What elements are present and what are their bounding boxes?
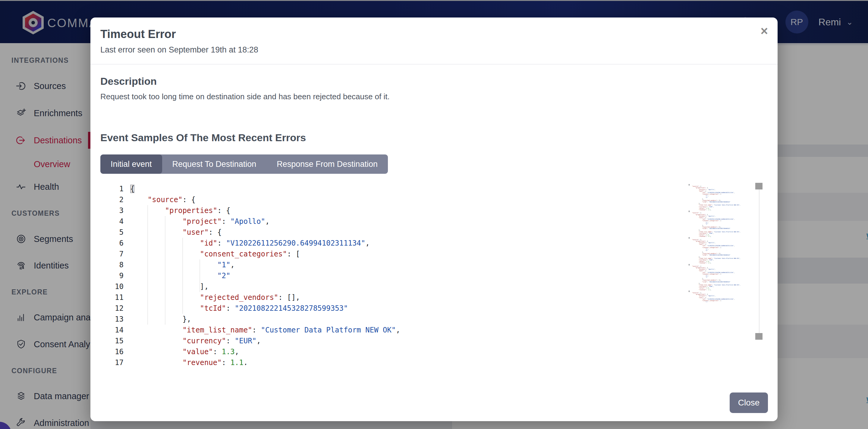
line-number: 1: [99, 183, 124, 194]
code-line: "source": {: [130, 194, 767, 205]
tab-response-from-destination[interactable]: Response From Destination: [267, 154, 388, 174]
line-number: 5: [99, 227, 124, 238]
scrollbar-thumb-top[interactable]: [755, 183, 763, 190]
tab-initial-event[interactable]: Initial event: [100, 154, 162, 174]
close-icon[interactable]: ×: [761, 25, 768, 37]
line-number: 11: [99, 292, 124, 303]
code-line: "user": {: [130, 227, 767, 238]
modal-header-divider: [90, 64, 778, 64]
code-line: "project": "Apollo",: [130, 216, 767, 227]
code-line: "item_list_name": "Customer Data Platfor…: [130, 324, 767, 336]
close-button[interactable]: Close: [730, 393, 768, 413]
app-root: COMMANDE RP Remi ⌄ INTEGRATIONSSourcesEn…: [0, 0, 868, 429]
code-line: ],: [130, 281, 767, 292]
code-line: "value": 1.3,: [130, 346, 767, 357]
code-minimap[interactable]: { "source": { "properties": { "project":…: [689, 184, 756, 302]
code-line: },: [130, 314, 767, 324]
description-text: Request took too long time on destinatio…: [100, 92, 390, 102]
line-number: 3: [99, 205, 124, 216]
samples-heading: Event Samples Of The Most Recent Errors: [100, 132, 306, 144]
description-heading: Description: [100, 76, 157, 87]
code-line: "tcId": "202108222145328278599353": [130, 303, 767, 314]
line-number: 12: [99, 303, 124, 314]
sample-tabs: Initial eventRequest To DestinationRespo…: [100, 154, 388, 174]
code-line: "2": [130, 270, 767, 281]
code-line: "currency": "EUR",: [130, 336, 767, 346]
code-line: "id": "V12022611256290.64994102311134",: [130, 238, 767, 249]
line-number: 8: [99, 259, 124, 270]
line-number: 16: [99, 346, 124, 357]
indent-guide: [182, 238, 183, 314]
code-line: "revenue": 1.1,: [130, 357, 767, 365]
code-line: {: [130, 183, 767, 194]
code-line: "1",: [130, 259, 767, 270]
scrollbar-thumb-bottom[interactable]: [755, 333, 763, 340]
code-line: "1",: [689, 302, 756, 302]
modal-subtitle: Last error seen on September 19th at 18:…: [100, 45, 258, 55]
code-line: "rejected_vendors": [],: [130, 292, 767, 303]
line-number: 4: [99, 216, 124, 227]
line-number: 15: [99, 336, 124, 346]
line-number: 13: [99, 314, 124, 324]
code-line: "consent_categories": [: [130, 249, 767, 259]
indent-guide: [165, 216, 165, 324]
modal-title: Timeout Error: [100, 28, 176, 41]
indent-guide: [199, 259, 200, 292]
indent-guide: [147, 205, 148, 324]
line-number: 2: [99, 194, 124, 205]
code-editor[interactable]: 1234567891011121314151617 { "source": { …: [99, 183, 767, 365]
line-number: 17: [99, 357, 124, 365]
line-number: 9: [99, 270, 124, 281]
line-number: 10: [99, 281, 124, 292]
tab-request-to-destination[interactable]: Request To Destination: [162, 154, 267, 174]
line-number: 14: [99, 324, 124, 336]
code-gutter: 1234567891011121314151617: [99, 183, 124, 365]
code-line: "properties": {: [130, 205, 767, 216]
code-content: { "source": { "properties": { "project":…: [130, 183, 767, 365]
scrollbar-track: [759, 184, 760, 339]
line-number: 6: [99, 238, 124, 249]
line-number: 7: [99, 249, 124, 259]
timeout-error-modal: Timeout Error Last error seen on Septemb…: [90, 18, 778, 421]
